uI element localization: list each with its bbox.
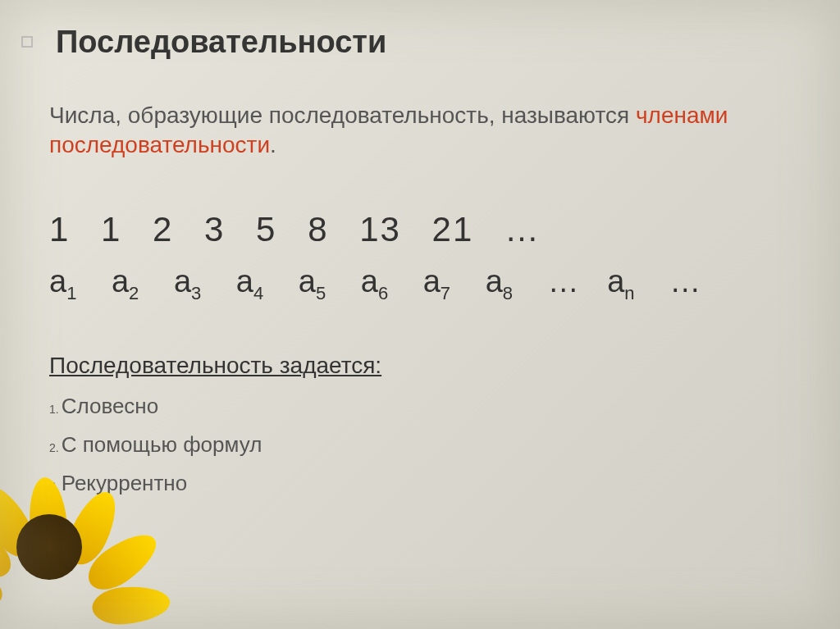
methods-title: Последовательность задается: (49, 353, 807, 379)
term-an: an (607, 264, 634, 304)
sequence-numbers: 1 1 2 3 5 8 13 21 … (49, 210, 807, 249)
ellipsis-1: … (548, 264, 579, 299)
method-item-1: 1.Словесно (49, 394, 807, 419)
ellipsis-2: … (669, 264, 701, 299)
bullet-icon (21, 36, 33, 48)
term-a3: a3 (174, 264, 201, 304)
definition-period: . (270, 132, 276, 157)
definition-text: Числа, образующие последовательность, на… (49, 101, 807, 161)
definition-part1: Числа, образующие последовательность, на… (49, 103, 636, 128)
term-a2: a2 (112, 264, 139, 304)
slide: Последовательности Числа, образующие пос… (0, 0, 840, 629)
slide-title: Последовательности (56, 25, 807, 60)
method-item-2: 2.С помощью формул (49, 432, 807, 458)
sunflower-icon (0, 408, 131, 629)
term-a8: a8 (486, 264, 513, 304)
term-a5: a5 (299, 264, 326, 304)
term-a4: a4 (236, 264, 263, 304)
method-item-3: 3.Рекуррентно (49, 471, 807, 496)
sequence-terms: a1 a2 a3 a4 a5 a6 a7 a8 … an … (49, 264, 807, 304)
term-a6: a6 (361, 264, 388, 304)
term-a1: a1 (49, 264, 76, 304)
term-a7: a7 (423, 264, 450, 304)
